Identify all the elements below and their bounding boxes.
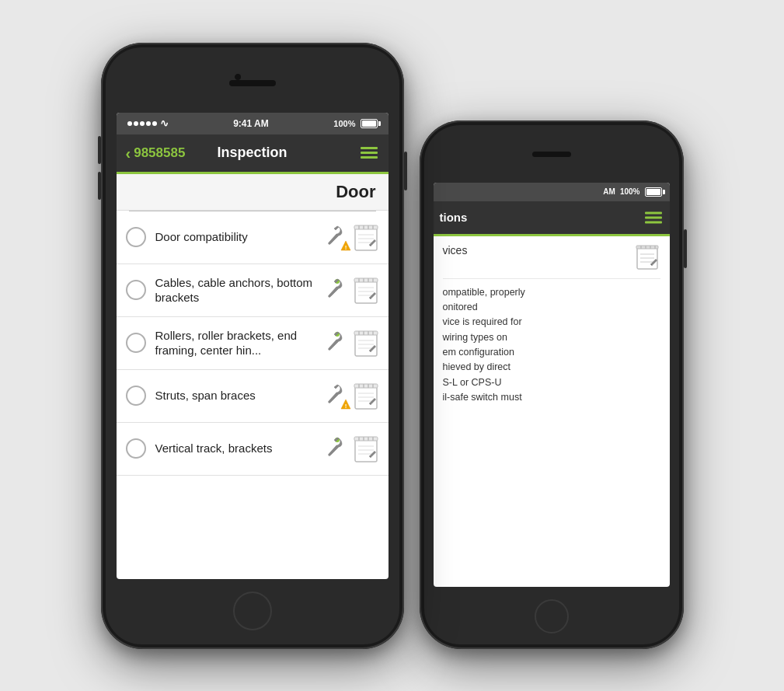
svg-rect-43 — [354, 384, 378, 388]
wrench-icon-container-3 — [326, 330, 348, 355]
notepad-icon-2[interactable] — [353, 276, 379, 304]
battery-fill — [362, 120, 376, 127]
inspection-list: Door compatibility ! — [117, 211, 389, 476]
menu-line-1 — [645, 211, 662, 214]
item-label-4: Struts, span braces — [155, 388, 326, 403]
menu-line-2 — [361, 152, 378, 154]
nav-back-id: 9858585 — [134, 145, 185, 161]
item-radio-4[interactable] — [126, 386, 146, 406]
signal-dot-2 — [134, 121, 138, 126]
wrench-warning-icon-4: ! — [326, 383, 348, 408]
wrench-icon-2 — [326, 277, 343, 299]
status-time: 9:41 AM — [233, 118, 269, 129]
list-item[interactable]: Door compatibility ! — [117, 211, 389, 264]
notepad-icon-5[interactable] — [353, 434, 379, 462]
text-line-1: ompatible, properly — [443, 285, 660, 300]
secondary-battery: 100% — [620, 187, 640, 196]
item-label-1: Door compatibility — [155, 229, 326, 245]
section-header: Door — [117, 174, 389, 211]
nav-title: Inspection — [217, 145, 287, 161]
svg-text:!: ! — [344, 403, 347, 410]
phones-container: AM 100% tions v — [101, 43, 684, 649]
item-icons-3 — [326, 329, 379, 357]
secondary-battery-icon — [645, 187, 662, 197]
item-icons-2 — [326, 276, 379, 304]
item-radio-1[interactable] — [126, 227, 146, 247]
notepad-icon-1[interactable] — [353, 223, 379, 251]
warning-badge-1: ! — [340, 240, 351, 251]
primary-home-button[interactable] — [233, 592, 272, 630]
wrench-icon-container-5 — [326, 436, 348, 461]
svg-text:!: ! — [344, 244, 347, 251]
phone-secondary: AM 100% tions v — [420, 120, 684, 649]
volume-down-button[interactable] — [98, 172, 101, 200]
secondary-screen: AM 100% tions v — [434, 183, 670, 587]
signal-dot-5 — [152, 121, 157, 126]
secondary-first-row: vices — [443, 244, 660, 279]
text-line-5: em configuration — [443, 345, 660, 360]
wrench-icon-5 — [326, 436, 343, 458]
secondary-content: vices — [434, 236, 670, 414]
text-line-8: il-safe switch must — [443, 390, 660, 405]
text-line-3: vice is required for — [443, 315, 660, 330]
list-item[interactable]: Rollers, roller brackets, end framing, c… — [117, 317, 389, 370]
warning-badge-4: ! — [340, 399, 351, 410]
menu-line-1 — [361, 147, 378, 149]
secondary-nav-title: tions — [440, 211, 468, 224]
section-title: Door — [336, 182, 375, 201]
notepad-icon-3[interactable] — [353, 329, 379, 357]
status-left: ∿ — [127, 117, 169, 129]
text-line-4: wiring types on — [443, 330, 660, 345]
wifi-icon: ∿ — [160, 117, 169, 129]
secondary-home-button[interactable] — [535, 599, 569, 633]
list-item[interactable]: Vertical track, brackets — [117, 423, 389, 476]
wrench-icon-3 — [326, 330, 343, 352]
wrench-warning-icon-1: ! — [326, 225, 348, 250]
signal-dot-1 — [127, 121, 132, 126]
menu-line-3 — [645, 221, 662, 223]
text-line-6: hieved by direct — [443, 360, 660, 375]
phone-speaker — [229, 80, 276, 86]
battery-percent: 100% — [333, 119, 355, 128]
item-radio-5[interactable] — [126, 438, 146, 459]
secondary-time: AM — [603, 187, 615, 196]
item-icons-4: ! — [326, 382, 379, 410]
list-item[interactable]: Struts, span braces ! — [117, 370, 389, 423]
menu-line-3 — [361, 156, 378, 159]
menu-line-2 — [645, 216, 662, 218]
text-line-2: onitored — [443, 300, 660, 315]
secondary-menu-button[interactable] — [645, 211, 662, 223]
item-label-3: Rollers, roller brackets, end framing, c… — [155, 328, 326, 358]
text-line-7: S-L or CPS-U — [443, 375, 660, 390]
back-button[interactable]: ‹ 9858585 — [126, 145, 186, 161]
status-right: 100% — [333, 119, 377, 128]
primary-screen: ∿ 9:41 AM 100% ‹ 9858585 Inspection — [117, 113, 389, 579]
signal-dot-4 — [146, 121, 151, 126]
back-chevron-icon: ‹ — [126, 145, 131, 161]
item-icons-5 — [326, 434, 379, 462]
item-label-2: Cables, cable anchors, bottom brackets — [155, 275, 326, 305]
power-button[interactable] — [404, 152, 407, 190]
phone-primary: ∿ 9:41 AM 100% ‹ 9858585 Inspection — [101, 43, 404, 649]
item-label-5: Vertical track, brackets — [155, 441, 326, 456]
item-icons-1: ! — [326, 223, 379, 251]
battery-icon — [361, 119, 378, 128]
list-item[interactable]: Cables, cable anchors, bottom brackets — [117, 264, 389, 317]
wrench-icon-container-2 — [326, 277, 348, 302]
signal-indicator — [127, 121, 157, 126]
svg-rect-12 — [354, 225, 378, 229]
menu-button[interactable] — [361, 147, 378, 159]
secondary-nav-bar: tions — [434, 201, 670, 234]
volume-up-button[interactable] — [98, 136, 101, 164]
nav-bar: ‹ 9858585 Inspection — [117, 134, 389, 172]
status-bar: ∿ 9:41 AM 100% — [117, 113, 389, 134]
signal-dot-3 — [140, 121, 145, 126]
secondary-status-bar: AM 100% — [434, 183, 670, 201]
svg-rect-53 — [354, 437, 378, 441]
svg-rect-32 — [354, 331, 378, 335]
item-radio-2[interactable] — [126, 280, 146, 300]
item-radio-3[interactable] — [126, 333, 146, 353]
secondary-notepad-icon — [636, 244, 660, 270]
secondary-section-title: vices — [443, 244, 636, 257]
notepad-icon-4[interactable] — [353, 382, 379, 410]
